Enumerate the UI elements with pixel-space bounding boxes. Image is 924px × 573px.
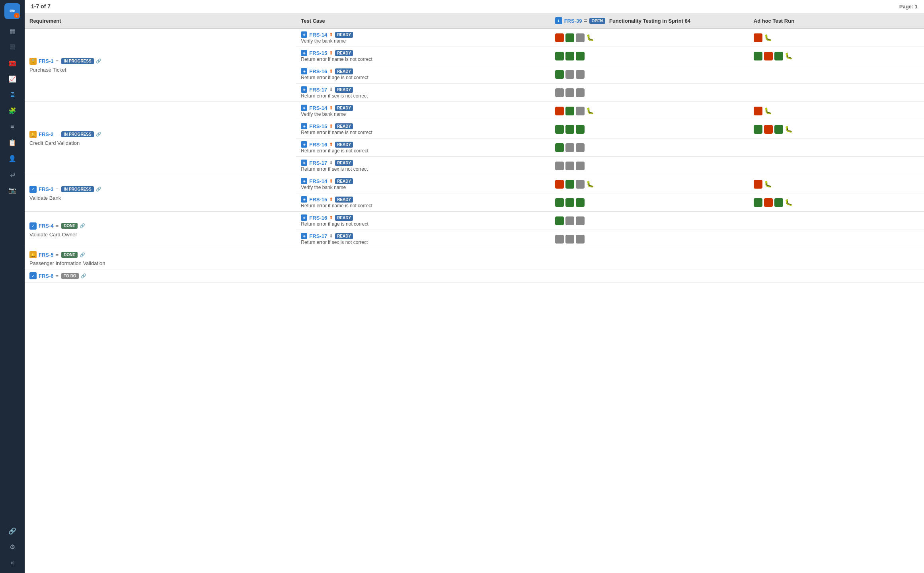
req-id-link[interactable]: FRS-5 — [39, 252, 54, 258]
tc-id-link[interactable]: FRS-17 — [309, 160, 327, 166]
tc-name: Verify the bank name — [301, 111, 545, 117]
sprint-bug-icon: 🐛 — [586, 180, 594, 188]
req-name: Passenger Information Validation — [29, 260, 291, 266]
tc-cell: ◈ FRS-17 ⬇ READY Return error if sex is … — [296, 157, 550, 175]
tc-id-link[interactable]: FRS-16 — [309, 68, 327, 74]
app-logo[interactable]: ✏ ! — [4, 3, 20, 19]
green-square — [774, 52, 783, 60]
sprint-plus-icon: + — [555, 17, 562, 24]
tc-id-link[interactable]: FRS-16 — [309, 215, 327, 221]
sidebar-item-collapse[interactable]: « — [4, 555, 20, 570]
red-square — [555, 107, 564, 115]
tc-cell: ◈ FRS-16 ⬆ READY Return error if age is … — [296, 65, 550, 84]
sprint-result-cell — [550, 47, 749, 65]
req-name: Purchase Ticket — [29, 67, 291, 73]
req-name: Validate Card Owner — [29, 232, 291, 238]
req-eq-icon: = — [56, 186, 59, 192]
sidebar-item-shuffle[interactable]: ⇄ — [4, 167, 20, 181]
sidebar-item-clipboard[interactable]: 📋 — [4, 135, 20, 150]
tc-ready-badge: READY — [335, 87, 353, 93]
sidebar-item-camera[interactable]: 📷 — [4, 183, 20, 197]
gray-square — [555, 235, 564, 244]
req-cell: ✓ FRS-4 = DONE 🔗 Validate Card Owner — [25, 212, 296, 248]
gray-square — [565, 143, 574, 152]
gray-square — [576, 143, 585, 152]
check-icon: ✓ — [29, 222, 37, 230]
tc-ready-badge: READY — [335, 105, 353, 111]
tc-id-link[interactable]: FRS-14 — [309, 105, 327, 111]
tc-id-link[interactable]: FRS-14 — [309, 178, 327, 184]
lock-icon: 🔒 — [29, 58, 37, 65]
table-row: ✓ FRS-6 = TO DO 🔗 — [25, 269, 924, 283]
tc-id-link[interactable]: FRS-15 — [309, 123, 327, 129]
sidebar-item-link[interactable]: 🔗 — [4, 524, 20, 538]
adhoc-cell-empty — [749, 248, 924, 269]
priority-up-icon: ⬆ — [329, 142, 333, 147]
tc-name: Verify the bank name — [301, 185, 545, 190]
adhoc-result-cell: 🐛 — [749, 193, 924, 212]
tc-cell: ◈ FRS-17 ⬇ READY Return error if sex is … — [296, 84, 550, 102]
tc-name: Return error if sex is not correct — [301, 240, 545, 245]
tc-id-link[interactable]: FRS-17 — [309, 233, 327, 239]
tc-id-link[interactable]: FRS-17 — [309, 87, 327, 93]
req-link-icon: 🔗 — [81, 273, 86, 279]
sidebar-item-user[interactable]: 👤 — [4, 151, 20, 166]
green-square — [555, 216, 564, 225]
status-badge: IN PROGRESS — [61, 131, 94, 137]
tc-id-link[interactable]: FRS-15 — [309, 50, 327, 56]
sprint-result-cell: 🐛 — [550, 175, 749, 193]
adhoc-bug-icon: 🐛 — [764, 180, 772, 188]
tc-ready-badge: READY — [335, 68, 353, 74]
gray-square — [565, 235, 574, 244]
req-eq-icon: = — [56, 273, 59, 279]
sidebar-item-tools[interactable]: 🧰 — [4, 56, 20, 70]
green-square — [555, 70, 564, 79]
tc-name: Return error if name is not correct — [301, 203, 545, 209]
main-content: 1-7 of 7 Page: 1 Requirement Test Case + — [25, 0, 924, 573]
tc-icon: ◈ — [301, 68, 307, 74]
priority-up-icon: ⬆ — [329, 68, 333, 74]
tc-id-link[interactable]: FRS-16 — [309, 142, 327, 148]
tc-icon: ◈ — [301, 123, 307, 129]
req-id-link[interactable]: FRS-1 — [39, 58, 54, 64]
sidebar-item-menu[interactable]: ≡ — [4, 119, 20, 134]
page-indicator: Page: 1 — [899, 4, 918, 10]
tc-cell: ◈ FRS-17 ⬇ READY Return error if sex is … — [296, 230, 550, 248]
gray-square — [565, 162, 574, 170]
sprint-frs-link[interactable]: FRS-39 — [564, 18, 582, 24]
sidebar-item-monitor[interactable]: 🖥 — [4, 88, 20, 102]
red-square — [764, 125, 773, 134]
req-id-link[interactable]: FRS-2 — [39, 131, 54, 137]
gray-square — [565, 70, 574, 79]
req-id-link[interactable]: FRS-4 — [39, 223, 54, 229]
sidebar-item-puzzle[interactable]: 🧩 — [4, 103, 20, 118]
tc-name: Return error if age is not correct — [301, 148, 545, 154]
red-square — [754, 107, 762, 115]
sprint-result-cell: 🐛 — [550, 102, 749, 120]
green-square — [774, 125, 783, 134]
req-link-icon: 🔗 — [96, 187, 101, 192]
tc-ready-badge: READY — [335, 233, 353, 239]
req-id-link[interactable]: FRS-3 — [39, 186, 54, 192]
sprint-bug-icon: 🐛 — [586, 107, 594, 115]
red-square — [754, 33, 762, 42]
req-id-link[interactable]: FRS-6 — [39, 273, 54, 279]
table-row: 🔔 FRS-2 = IN PROGRESS 🔗 Credit Card Vali… — [25, 102, 924, 120]
green-square — [555, 143, 564, 152]
tc-ready-badge: READY — [335, 215, 353, 221]
sidebar-item-settings[interactable]: ⚙ — [4, 540, 20, 554]
green-square — [555, 198, 564, 207]
sidebar-item-grid[interactable]: ▦ — [4, 24, 20, 38]
sprint-result-cell — [550, 193, 749, 212]
adhoc-result-cell: 🐛 — [749, 120, 924, 138]
tc-icon: ◈ — [301, 178, 307, 184]
priority-down-icon: ⬇ — [329, 160, 333, 166]
adhoc-bug-icon: 🐛 — [785, 125, 793, 133]
gray-square — [576, 180, 585, 189]
tc-id-link[interactable]: FRS-15 — [309, 197, 327, 203]
gray-square — [555, 162, 564, 170]
col-header-testcase: Test Case — [296, 13, 550, 29]
sidebar-item-chart[interactable]: 📈 — [4, 72, 20, 86]
tc-id-link[interactable]: FRS-14 — [309, 32, 327, 38]
sidebar-item-list[interactable]: ☰ — [4, 40, 20, 54]
